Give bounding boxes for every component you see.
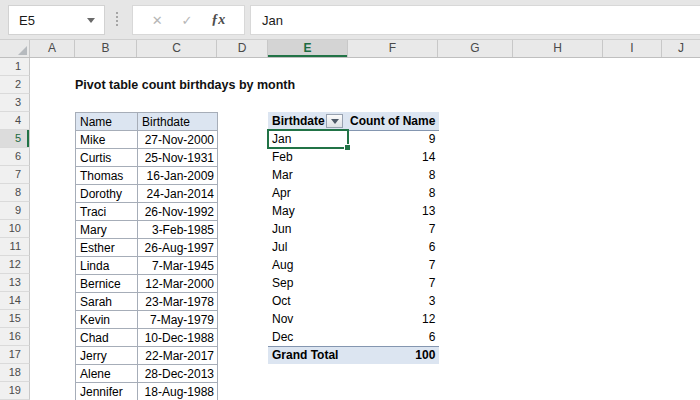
row-header-3[interactable]: 3	[0, 94, 30, 112]
column-header-j[interactable]: J	[662, 40, 700, 57]
source-name-header-cell[interactable]: Name	[76, 113, 138, 131]
row-header-5[interactable]: 5	[0, 130, 30, 148]
source-birthdate-cell[interactable]: 26-Nov-1992	[138, 203, 218, 221]
row-header-17[interactable]: 17	[0, 346, 30, 364]
source-birthdate-cell[interactable]: 27-Nov-2000	[138, 131, 218, 149]
row-header-4[interactable]: 4	[0, 112, 30, 130]
pivot-row-field-header-cell[interactable]: Birthdate	[268, 112, 348, 130]
source-birthdate-cell[interactable]: 16-Jan-2009	[138, 167, 218, 185]
pivot-count-cell[interactable]: 14	[348, 148, 439, 166]
pivot-count-cell[interactable]: 7	[348, 256, 439, 274]
row-header-12[interactable]: 12	[0, 256, 30, 274]
pivot-count-cell[interactable]: 6	[348, 328, 439, 346]
source-birthdate-cell[interactable]: 12-Mar-2000	[138, 275, 218, 293]
pivot-month-cell[interactable]: Nov	[268, 310, 348, 328]
row-header-19[interactable]: 19	[0, 382, 30, 400]
source-name-cell[interactable]: Bernice	[76, 275, 138, 293]
pivot-count-cell[interactable]: 8	[348, 184, 439, 202]
row-header-6[interactable]: 6	[0, 148, 30, 166]
row-header-10[interactable]: 10	[0, 220, 30, 238]
table-row: Kevin 7-May-1979	[76, 311, 218, 329]
pivot-month-cell[interactable]: Sep	[268, 274, 348, 292]
pivot-count-cell[interactable]: 7	[348, 274, 439, 292]
select-all-corner[interactable]	[0, 40, 30, 57]
insert-function-icon[interactable]: ƒx	[211, 12, 225, 28]
source-birthdate-cell[interactable]: 23-Mar-1978	[138, 293, 218, 311]
source-name-cell[interactable]: Jerry	[76, 347, 138, 365]
pivot-month-cell[interactable]: Mar	[268, 166, 348, 184]
source-name-cell[interactable]: Thomas	[76, 167, 138, 185]
row-header-11[interactable]: 11	[0, 238, 30, 256]
row-header-7[interactable]: 7	[0, 166, 30, 184]
formula-input[interactable]: Jan	[250, 5, 700, 35]
column-header-f[interactable]: F	[348, 40, 438, 57]
row-header-1[interactable]: 1	[0, 58, 30, 76]
column-header-e[interactable]: E	[268, 40, 348, 57]
name-box[interactable]: E5	[8, 5, 105, 35]
column-headers: A B C D E F G H I J	[0, 40, 700, 58]
column-header-c[interactable]: C	[137, 40, 217, 57]
column-header-h[interactable]: H	[513, 40, 603, 57]
pivot-filter-dropdown-button[interactable]	[326, 114, 343, 128]
pivot-row: Jan 9	[268, 130, 439, 148]
source-birthdate-cell[interactable]: 25-Nov-1931	[138, 149, 218, 167]
source-name-cell[interactable]: Dorothy	[76, 185, 138, 203]
source-name-cell[interactable]: Linda	[76, 257, 138, 275]
pivot-count-cell[interactable]: 6	[348, 238, 439, 256]
pivot-count-cell[interactable]: 3	[348, 292, 439, 310]
row-header-14[interactable]: 14	[0, 292, 30, 310]
pivot-month-cell[interactable]: Apr	[268, 184, 348, 202]
source-birthdate-cell[interactable]: 22-Mar-2017	[138, 347, 218, 365]
pivot-month-cell[interactable]: Jan	[268, 130, 348, 148]
source-birthdate-cell[interactable]: 24-Jan-2014	[138, 185, 218, 203]
pivot-value-field-header-cell[interactable]: Count of Name	[348, 112, 439, 130]
pivot-month-cell[interactable]: Jun	[268, 220, 348, 238]
row-header-13[interactable]: 13	[0, 274, 30, 292]
row-header-16[interactable]: 16	[0, 328, 30, 346]
source-birthdate-header-cell[interactable]: Birthdate	[138, 113, 218, 131]
source-name-cell[interactable]: Traci	[76, 203, 138, 221]
cancel-icon[interactable]: ✕	[152, 13, 163, 28]
enter-icon[interactable]: ✓	[182, 13, 193, 28]
row-header-2[interactable]: 2	[0, 76, 30, 94]
row-header-15[interactable]: 15	[0, 310, 30, 328]
row-header-18[interactable]: 18	[0, 364, 30, 382]
source-name-cell[interactable]: Kevin	[76, 311, 138, 329]
source-name-cell[interactable]: Mary	[76, 221, 138, 239]
pivot-count-cell[interactable]: 9	[348, 130, 439, 148]
name-box-dropdown-icon[interactable]	[87, 18, 95, 23]
column-header-g[interactable]: G	[438, 40, 513, 57]
source-name-cell[interactable]: Chad	[76, 329, 138, 347]
source-name-cell[interactable]: Curtis	[76, 149, 138, 167]
source-name-cell[interactable]: Alene	[76, 365, 138, 383]
column-header-i[interactable]: I	[603, 40, 662, 57]
column-header-d[interactable]: D	[217, 40, 268, 57]
pivot-count-cell[interactable]: 8	[348, 166, 439, 184]
column-header-b[interactable]: B	[75, 40, 137, 57]
grand-total-label-cell[interactable]: Grand Total	[268, 346, 348, 364]
pivot-month-cell[interactable]: Oct	[268, 292, 348, 310]
source-birthdate-cell[interactable]: 28-Dec-2013	[138, 365, 218, 383]
source-birthdate-cell[interactable]: 7-May-1979	[138, 311, 218, 329]
pivot-month-cell[interactable]: Dec	[268, 328, 348, 346]
pivot-count-cell[interactable]: 7	[348, 220, 439, 238]
pivot-month-cell[interactable]: Jul	[268, 238, 348, 256]
source-birthdate-cell[interactable]: 10-Dec-1988	[138, 329, 218, 347]
row-header-8[interactable]: 8	[0, 184, 30, 202]
source-name-cell[interactable]: Sarah	[76, 293, 138, 311]
grand-total-value-cell[interactable]: 100	[348, 346, 439, 364]
row-header-9[interactable]: 9	[0, 202, 30, 220]
source-birthdate-cell[interactable]: 26-Aug-1997	[138, 239, 218, 257]
source-name-cell[interactable]: Esther	[76, 239, 138, 257]
source-name-cell[interactable]: Mike	[76, 131, 138, 149]
pivot-count-cell[interactable]: 13	[348, 202, 439, 220]
column-header-a[interactable]: A	[30, 40, 75, 57]
pivot-month-cell[interactable]: Aug	[268, 256, 348, 274]
source-birthdate-cell[interactable]: 7-Mar-1945	[138, 257, 218, 275]
source-birthdate-cell[interactable]: 18-Aug-1988	[138, 383, 218, 400]
pivot-month-cell[interactable]: May	[268, 202, 348, 220]
source-name-cell[interactable]: Jennifer	[76, 383, 138, 400]
source-birthdate-cell[interactable]: 3-Feb-1985	[138, 221, 218, 239]
pivot-count-cell[interactable]: 12	[348, 310, 439, 328]
pivot-month-cell[interactable]: Feb	[268, 148, 348, 166]
